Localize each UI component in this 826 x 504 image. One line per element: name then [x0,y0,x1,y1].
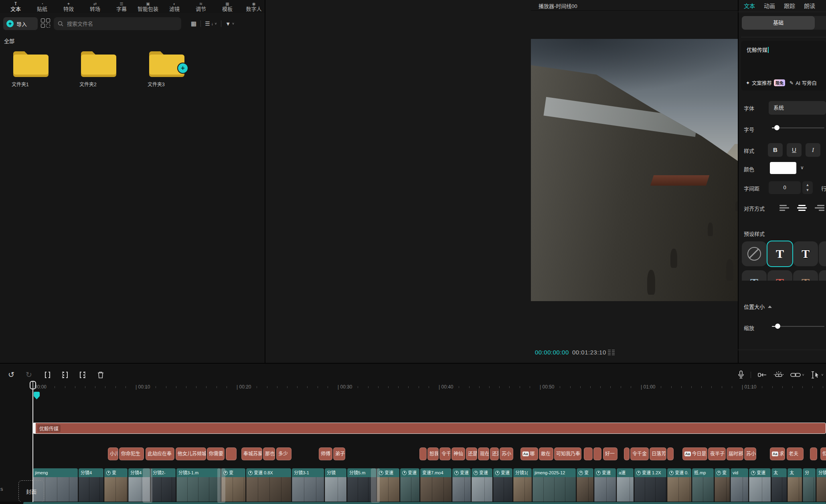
video-clip[interactable]: 分镜4 [79,468,103,503]
preset-style-button[interactable]: T [793,270,818,281]
video-clip[interactable]: 分镜 [325,468,346,503]
subtitle-clip[interactable]: Aa今日是 [682,447,707,460]
video-clip[interactable]: 分镜2- [151,468,176,503]
select-tool-icon[interactable]: ∨ [811,371,824,379]
record-voiceover-icon[interactable] [738,370,744,379]
preset-none-button[interactable] [742,241,767,266]
subtitle-clip[interactable]: 小儿 [108,447,118,460]
bold-button[interactable]: B [768,143,783,157]
timeline-ruler[interactable]: 00:00| 00:10| 00:20| 00:30| 00:40| 00:50… [0,383,826,393]
preset-style-button[interactable]: T [793,241,818,266]
preset-style-button[interactable]: T [767,241,793,267]
inspector-tab-文本[interactable]: 文本 [744,2,755,10]
subtitle-clip[interactable] [810,447,817,460]
position-size-section[interactable]: 位置大小 [744,303,772,310]
subtitle-clip[interactable]: 他女儿苏倾城 [176,447,206,460]
video-clip[interactable]: 变速 [749,468,771,503]
menu-item-filter[interactable]: ◐滤镜 [161,2,188,13]
subtitle-clip[interactable] [584,447,593,460]
subtitle-clip[interactable]: 神仙 [451,447,465,460]
video-clip[interactable]: 抵.mp [692,468,714,503]
subtitle-clip[interactable]: Aa哪 [520,447,538,460]
subtitle-clip[interactable]: 苏小 [744,447,756,460]
video-clip[interactable]: 变速 [377,468,399,503]
transition-marker[interactable] [371,468,380,503]
import-button[interactable]: + 导入 [3,17,38,30]
grid-view-icon[interactable]: ▦ [191,20,196,27]
preset-style-button[interactable]: T [819,241,826,266]
subtitle-clip[interactable]: 令千金 [630,447,649,460]
color-swatch[interactable] [770,162,796,174]
ai-write-button[interactable]: AI 写旁白 [796,79,817,87]
transition-marker[interactable] [217,468,225,503]
subtitle-clip[interactable]: 你需要 [207,447,225,460]
subtitle-clip[interactable]: 还是 [490,447,499,460]
subtitle-clip[interactable] [667,447,674,460]
subtitle-clip[interactable]: 可知我乃奉 [554,447,581,460]
add-to-timeline-icon[interactable]: + [177,63,188,74]
search-box[interactable] [54,17,181,30]
split-icon[interactable] [42,369,53,381]
video-clip[interactable]: 太 [771,468,787,503]
menu-item-digital-human[interactable]: ◉数字人 [241,2,267,13]
subtitle-clip[interactable]: 夜半子 [708,447,726,460]
keyframe-marker-pin[interactable] [34,392,40,399]
inspector-tab-朗读[interactable]: 朗读 [804,2,815,10]
folder-item[interactable]: 文件夹2 [79,48,132,87]
text-content-input[interactable]: 优鲸传媒 ✦ 文案推荐 限免 ✎ AI 写旁白 [741,41,826,91]
subtitle-clip[interactable] [624,447,630,460]
subtitle-clip[interactable]: 现在 [478,447,489,460]
video-clip[interactable]: 变速 [493,468,512,503]
subtitle-clip[interactable]: 好一 [603,447,617,460]
preset-style-button[interactable]: T [819,270,826,281]
chevron-down-icon[interactable]: ∨ [800,165,804,170]
sort-icon[interactable]: ☰↓∨ [205,20,217,27]
transition-marker[interactable] [143,468,152,503]
menu-item-transition[interactable]: ⇄转场 [82,2,108,13]
letter-spacing-stepper[interactable]: ▲▼ [802,181,813,194]
video-clip[interactable]: 变速 0. [667,468,691,503]
subtitle-clip[interactable]: 令千 [439,447,451,460]
subtitle-clip[interactable]: 多少 [276,447,292,460]
inspector-tab-跟踪[interactable]: 跟踪 [784,2,795,10]
menu-item-template[interactable]: ▦模板 [214,2,241,13]
subtitle-clip[interactable]: 恕我 [427,447,439,460]
copy-suggest-button[interactable]: 文案推荐 [752,79,772,87]
video-clip[interactable]: 分镜 [816,468,826,503]
menu-item-smart-package[interactable]: ▣智能包装 [135,2,161,13]
playhead-handle[interactable] [30,381,36,389]
video-clip[interactable]: 变速 0.8X [246,468,291,503]
subtitle-clip[interactable] [419,447,427,460]
video-clip[interactable]: 变速 [472,468,492,503]
video-clip[interactable]: 变 [715,468,730,503]
video-clip[interactable]: 分镜3-1.m [176,468,221,503]
trim-right-icon[interactable] [77,369,88,381]
video-clip[interactable]: 分镜3-1 [292,468,324,503]
subtitle-clip[interactable]: 届时邪 [727,447,743,460]
redo-icon[interactable]: ↻ [23,369,34,381]
filter-icon[interactable]: ▼∨ [225,21,234,27]
video-clip[interactable]: 太 [788,468,802,503]
inspector-tab-动画[interactable]: 动画 [764,2,775,10]
video-clip[interactable]: 分镜1( [513,468,532,503]
magnet-snap-icon[interactable] [773,371,784,379]
frame-list-icon[interactable] [608,350,615,355]
menu-item-sticker[interactable]: ◔贴纸 [29,2,55,13]
video-clip[interactable]: vid [731,468,748,503]
cover-button[interactable]: 封面 [18,480,44,502]
preset-style-button[interactable]: T [742,270,767,281]
preset-style-button[interactable]: T [767,270,792,281]
subtitle-clip[interactable]: 师傅 [319,447,332,460]
menu-item-text[interactable]: T文本 [2,2,29,13]
underline-button[interactable]: U [787,143,802,157]
video-clip[interactable]: 变速 [594,468,616,503]
subtitle-clip[interactable]: Aa求 [770,447,785,460]
subtitle-clip[interactable]: 苏小 [500,447,513,460]
video-clip[interactable]: 分 [803,468,816,503]
folder-item[interactable]: 文件夹1 [12,48,64,87]
font-select[interactable]: 系统 [769,101,826,115]
subtitle-clip[interactable]: 弟子 [333,447,345,460]
collection-grid-button[interactable] [41,18,51,29]
subtitle-clip[interactable]: 敢在 [539,447,553,460]
playhead-line[interactable] [32,382,33,502]
